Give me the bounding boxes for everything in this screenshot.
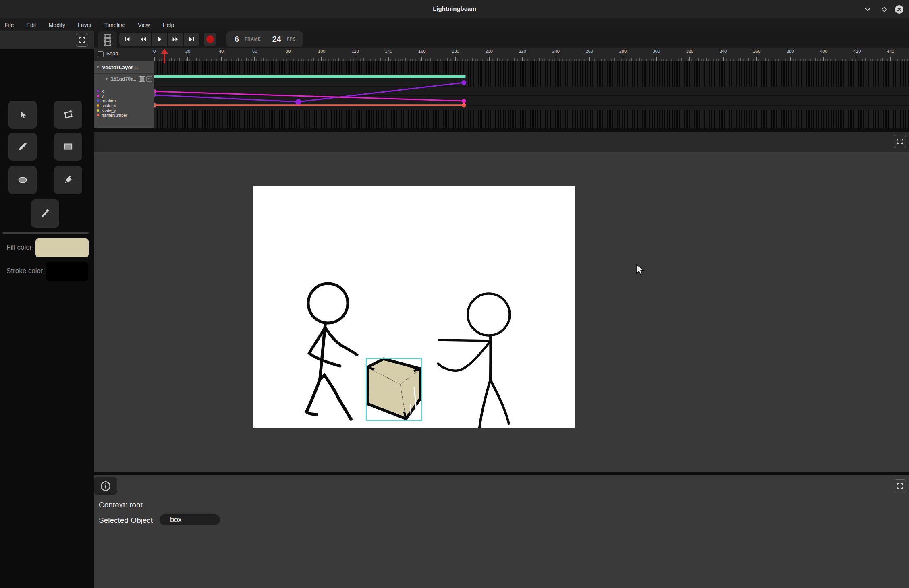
menu-help[interactable]: Help <box>162 22 174 28</box>
minimize-button[interactable] <box>862 4 873 14</box>
menu-edit[interactable]: Edit <box>27 22 36 28</box>
ellipse-tool[interactable] <box>8 166 37 194</box>
timeline-tab-button[interactable] <box>98 31 117 48</box>
ruler-tick <box>799 58 799 61</box>
fast-forward-button[interactable] <box>168 33 184 46</box>
bucket-tool[interactable] <box>54 166 82 194</box>
menu-layer[interactable]: Layer <box>78 22 92 28</box>
ruler-tick <box>865 58 866 61</box>
title-bar[interactable]: Lightningbeam <box>0 0 909 18</box>
skip-to-start-button[interactable] <box>119 33 135 46</box>
ruler-tick <box>756 57 757 61</box>
property-row-x[interactable]: x <box>97 89 127 93</box>
box-object[interactable] <box>367 359 421 419</box>
keyframe-dot-x[interactable] <box>154 93 156 97</box>
keyframe-dot-x[interactable] <box>295 99 301 105</box>
ruler-tick <box>656 57 657 61</box>
transport-controls <box>119 33 199 46</box>
select-tool[interactable] <box>8 101 37 129</box>
ruler-tick <box>154 57 155 61</box>
frame-label: FRAME <box>245 37 261 41</box>
curve-x <box>154 83 464 102</box>
keyframe-dot-y[interactable] <box>154 89 156 93</box>
keyframe-display-toggle[interactable] <box>139 76 145 82</box>
keyframe-dot-frameNumber[interactable] <box>462 103 466 108</box>
timeline-ruler[interactable]: 0204060801001201401601802002202402602803… <box>94 48 909 61</box>
fill-color-swatch[interactable] <box>35 238 89 257</box>
transform-tool[interactable] <box>54 101 82 129</box>
eyedropper-icon <box>40 209 50 218</box>
ruler-tick <box>748 58 749 61</box>
ruler-tick <box>665 58 665 61</box>
ruler-tick <box>472 58 473 61</box>
ruler-label: 340 <box>720 49 727 54</box>
property-color-dot <box>97 99 99 102</box>
snap-checkbox[interactable] <box>98 51 104 57</box>
menu-file[interactable]: File <box>5 22 14 28</box>
ruler-tick <box>238 58 239 61</box>
caret-down-icon[interactable]: ▼ <box>96 65 100 69</box>
ruler-tick <box>673 58 673 61</box>
timeline-curves[interactable] <box>154 61 909 128</box>
play-button[interactable] <box>152 33 168 46</box>
layer-badge: [L] <box>133 65 138 70</box>
stroke-color-swatch[interactable] <box>46 262 88 281</box>
skip-to-end-button[interactable] <box>184 33 199 46</box>
property-row-rotation[interactable]: rotation <box>97 98 127 103</box>
ruler-tick <box>355 57 355 61</box>
ruler-tick <box>782 58 782 61</box>
caret-down-icon[interactable]: ▼ <box>105 77 108 81</box>
stage-expand-button[interactable] <box>894 135 906 148</box>
maximize-button[interactable] <box>879 4 889 14</box>
property-name: y <box>102 93 104 98</box>
curve-display-toggle[interactable]: ~ <box>146 76 152 82</box>
ellipse-icon <box>17 175 28 185</box>
property-row-scale_y[interactable]: scale_y <box>97 108 127 113</box>
keyframe-dot-frameNumber[interactable] <box>154 103 157 108</box>
ruler-tick <box>447 58 448 61</box>
inspector-expand-button[interactable] <box>894 479 906 493</box>
ruler-label: 120 <box>351 49 359 54</box>
record-button[interactable] <box>204 33 216 46</box>
left-stick-figure[interactable] <box>307 284 357 419</box>
object-row[interactable]: ▼ 151ad70a... ~ <box>94 74 154 84</box>
eyedropper-tool[interactable] <box>31 199 59 228</box>
property-row-frameNumber[interactable]: frameNumber <box>97 113 127 118</box>
fill-color-label: Fill color: <box>6 244 34 252</box>
info-tab-button[interactable] <box>94 477 117 495</box>
menu-timeline[interactable]: Timeline <box>104 22 125 28</box>
inspector-panel <box>94 475 909 588</box>
ruler-tick <box>732 58 732 61</box>
ruler-tick <box>313 58 314 61</box>
property-name: scale_y <box>102 108 116 113</box>
ruler-tick <box>648 58 648 61</box>
ruler-tick <box>522 57 523 61</box>
property-name: scale_x <box>102 103 116 108</box>
keyframe-span-bar <box>154 75 465 78</box>
ruler-tick <box>723 57 724 61</box>
tools-panel-expand-button[interactable] <box>76 33 88 47</box>
playhead[interactable] <box>161 49 168 63</box>
keyframe-dot-x[interactable] <box>461 80 466 85</box>
pencil-tool[interactable] <box>8 133 37 161</box>
rectangle-tool[interactable] <box>54 133 82 161</box>
ruler-tick <box>823 57 824 61</box>
canvas[interactable] <box>253 186 575 428</box>
menu-view[interactable]: View <box>138 22 150 28</box>
layer-row-vectorlayer[interactable]: ▼ VectorLayer [L] <box>94 61 154 74</box>
rewind-button[interactable] <box>135 33 152 46</box>
keyframe-dot-y[interactable] <box>462 99 466 103</box>
selected-object-field[interactable]: box <box>160 514 220 525</box>
close-button[interactable] <box>894 4 904 14</box>
ruler-label: 320 <box>686 49 693 54</box>
menu-modify[interactable]: Modify <box>49 22 65 28</box>
property-row-scale_x[interactable]: scale_x <box>97 103 127 108</box>
tools-panel-header <box>0 31 94 49</box>
ruler-tick <box>706 58 707 61</box>
skip-to-end-icon <box>189 36 195 42</box>
right-stick-figure[interactable] <box>438 294 510 428</box>
ruler-tick <box>414 58 414 61</box>
frame-fps-display[interactable]: 6 FRAME 24 FPS <box>226 31 303 47</box>
property-row-y[interactable]: y <box>97 93 127 98</box>
menu-bar: FileEditModifyLayerTimelineViewHelp <box>0 18 909 31</box>
